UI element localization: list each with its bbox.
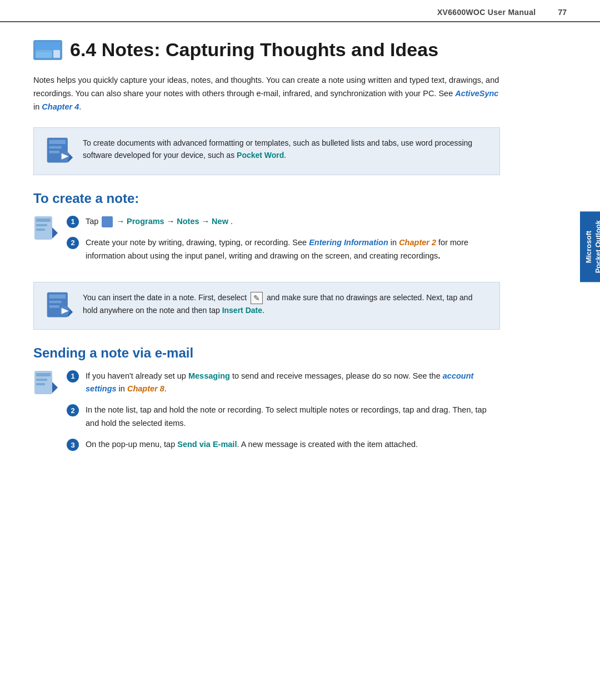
chapter-title-block: 6.4 Notes: Capturing Thoughts and Ideas [33, 39, 511, 61]
svg-rect-3 [36, 54, 47, 57]
intro-text-main: Notes helps you quickly capture your ide… [33, 76, 499, 98]
step-1: 1 Tap → Programs → Notes → New . [67, 215, 500, 229]
send-step3-content: On the pop-up menu, tap Send via E-mail.… [86, 438, 500, 451]
send-step-2: 2 In the note list, tap and hold the not… [67, 404, 500, 430]
svg-rect-20 [49, 305, 59, 308]
svg-rect-13 [36, 219, 51, 222]
step1-content: Tap → Programs → Notes → New . [86, 215, 500, 229]
page-number: 77 [558, 8, 567, 17]
step-num-2: 2 [67, 237, 79, 249]
step1-arrow3: → [202, 217, 212, 226]
tip-icon-1 [45, 137, 74, 166]
tip-box-2: You can insert the date in a note. First… [33, 282, 500, 330]
tip-box-1: To create documents with advanced format… [33, 127, 500, 175]
send-step1-in: in [117, 384, 127, 393]
programs-link[interactable]: Programs [127, 217, 164, 226]
send-step-num-2: 2 [67, 404, 79, 416]
sending-heading: Sending a note via e-mail [33, 345, 511, 361]
send-step1-prefix: If you haven't already set up [86, 371, 188, 380]
svg-rect-18 [49, 294, 66, 298]
send-step3-prefix: On the pop-up menu, tap [86, 440, 177, 449]
chapter-heading: 6.4 Notes: Capturing Thoughts and Ideas [70, 39, 438, 61]
step-num-1: 1 [67, 216, 79, 228]
tip1-period: . [284, 151, 286, 160]
svg-rect-6 [49, 140, 66, 143]
step2-in: in [388, 238, 399, 247]
activesync-link[interactable]: ActiveSync [455, 89, 498, 98]
send-step-num-3: 3 [67, 439, 79, 451]
send-step3-suffix: . A new message is created with the item… [237, 440, 418, 449]
chapter-number: 6.4 [70, 39, 96, 60]
pocket-word-link[interactable]: Pocket Word [237, 151, 284, 160]
svg-marker-28 [52, 382, 58, 393]
create-note-heading: To create a note: [33, 191, 511, 206]
svg-rect-27 [36, 383, 45, 385]
main-content: 6.4 Notes: Capturing Thoughts and Ideas … [0, 22, 544, 493]
svg-rect-26 [36, 379, 47, 381]
new-link[interactable]: New [212, 217, 228, 226]
tip-icon-2 [45, 291, 74, 320]
svg-rect-2 [36, 49, 52, 53]
send-step1-period: . [164, 384, 167, 393]
tip1-text: To create documents with advanced format… [83, 137, 488, 162]
tip2-text: You can insert the date in a note. First… [83, 291, 488, 317]
svg-rect-4 [53, 50, 60, 58]
svg-rect-14 [36, 224, 47, 226]
sending-arrow-icon [33, 370, 58, 398]
send-step-num-1: 1 [67, 370, 79, 383]
svg-rect-7 [49, 146, 61, 148]
step2-content: Create your note by writing, drawing, ty… [86, 236, 500, 263]
sidebar-tab[interactable]: Microsoft Pocket Outlook [580, 211, 600, 282]
intro-chapter-ref: in [33, 102, 42, 111]
chapter-title-text: Notes: Capturing Thoughts and Ideas [102, 39, 438, 60]
chapter-icon [33, 40, 62, 60]
svg-rect-1 [36, 42, 60, 47]
chapter2-link[interactable]: Chapter 2 [399, 238, 436, 247]
svg-rect-8 [49, 151, 59, 153]
step1-arrow2: → [167, 217, 177, 226]
sidebar-line2: Pocket Outlook [594, 220, 600, 273]
sending-steps-list: 1 If you haven't already set up Messagin… [67, 370, 500, 460]
svg-rect-15 [36, 229, 45, 231]
step1-arrow-text: → [116, 217, 127, 226]
pencil-icon: ✎ [251, 292, 263, 304]
intro-paragraph: Notes helps you quickly capture your ide… [33, 74, 500, 114]
entering-info-link[interactable]: Entering Information [309, 238, 388, 247]
page-header: XV6600WOC User Manual 77 [0, 0, 600, 22]
send-step2-content: In the note list, tap and hold the note … [86, 404, 500, 430]
create-note-steps-list: 1 Tap → Programs → Notes → New . 2 [67, 215, 500, 271]
send-step-1: 1 If you haven't already set up Messagin… [67, 370, 500, 396]
step2-prefix: Create your note by writing, drawing, ty… [86, 238, 309, 247]
sending-section: Sending a note via e-mail 1 If you haven… [33, 345, 511, 460]
step1-period: . [231, 217, 233, 226]
chapter8-link[interactable]: Chapter 8 [127, 384, 164, 393]
tip2-prefix: You can insert the date in a note. First… [83, 293, 249, 302]
messaging-link[interactable]: Messaging [188, 371, 230, 380]
insert-date-link[interactable]: Insert Date [222, 306, 262, 315]
send-step1-middle: to send and receive messages, please do … [230, 371, 443, 380]
steps-arrow-icon [33, 215, 58, 243]
send-step1-content: If you haven't already set up Messaging … [86, 370, 500, 396]
svg-rect-19 [49, 300, 61, 303]
svg-marker-16 [52, 227, 58, 239]
intro-period: . [79, 102, 81, 111]
chapter4-link[interactable]: Chapter 4 [42, 102, 79, 111]
send-via-email-link[interactable]: Send via E-mail [177, 440, 237, 449]
sending-steps: 1 If you haven't already set up Messagin… [33, 370, 500, 460]
manual-title: XV6600WOC User Manual [437, 8, 536, 17]
send-step-3: 3 On the pop-up menu, tap Send via E-mai… [67, 438, 500, 451]
svg-rect-25 [36, 373, 51, 376]
programs-icon [102, 216, 113, 227]
step2-period: . [438, 251, 440, 260]
notes-link[interactable]: Notes [177, 217, 199, 226]
create-note-steps: 1 Tap → Programs → Notes → New . 2 [33, 215, 500, 271]
tip2-period: . [262, 306, 264, 315]
step-2: 2 Create your note by writing, drawing, … [67, 236, 500, 263]
sidebar-line1: Microsoft [584, 230, 593, 263]
step1-tap-text: Tap [86, 217, 101, 226]
